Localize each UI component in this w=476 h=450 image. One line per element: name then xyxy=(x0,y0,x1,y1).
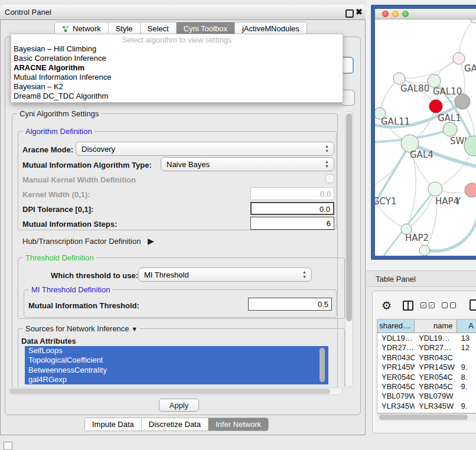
attribute-item[interactable]: SelfLoops xyxy=(25,346,328,356)
table-cell: 9. xyxy=(457,381,476,391)
table-cell xyxy=(457,391,476,400)
algorithm-option[interactable]: ARACNE Algorithm xyxy=(11,63,343,73)
minimize-traffic-light-icon[interactable] xyxy=(392,11,399,17)
settings-vscrollbar-thumb[interactable] xyxy=(346,113,352,321)
mi-threshold-label: Mutual Information Threshold: xyxy=(28,301,139,310)
expand-down-icon[interactable]: ▼ xyxy=(131,325,138,332)
aracne-mode-value: Discovery xyxy=(81,145,115,154)
table-row[interactable]: YPR145WYPR145W9. xyxy=(377,362,476,371)
table-row[interactable]: YBL079WYBL079W xyxy=(377,391,476,400)
network-node-gal10[interactable] xyxy=(428,74,441,87)
mi-threshold-field[interactable]: 0.5 xyxy=(248,298,332,311)
algorithm-option[interactable]: Bayesian – Hill Climbing xyxy=(11,44,343,54)
table-row[interactable]: YER054CYER054C8. xyxy=(377,372,476,381)
network-edge[interactable] xyxy=(399,58,459,79)
table-row[interactable]: YDR27…YDR27…12 xyxy=(377,343,476,352)
table-row[interactable]: YDL19…YDL19…13 xyxy=(377,333,476,343)
hub-definition-label: Hub/Transcription Factor Definition xyxy=(22,237,141,246)
column-header[interactable]: shared… xyxy=(377,319,415,332)
table-cell: YBR043C xyxy=(415,353,457,362)
sources-group-title: Sources for Network Inference ▼ xyxy=(23,324,140,333)
manual-kernel-checkbox[interactable] xyxy=(325,174,334,183)
screen: { "colors":{"selection_blue":"#3d6dc8","… xyxy=(0,0,476,450)
column-header[interactable]: A xyxy=(457,319,476,332)
table-cell: YBL079W xyxy=(377,391,415,400)
tab-cyni-toolbox[interactable]: Cyni Toolbox xyxy=(176,22,234,35)
page-icon[interactable] xyxy=(470,299,476,311)
table-row[interactable]: YBR043CYBR043C xyxy=(377,353,476,362)
aracne-mode-combo[interactable]: Discovery ▲▼ xyxy=(76,142,334,156)
network-node-label: GCY1 xyxy=(375,196,397,207)
algorithm-dropdown[interactable]: Select algorithm to view settings Bayesi… xyxy=(11,34,343,103)
mi-type-value: Naive Bayes xyxy=(167,160,210,169)
mi-steps-field[interactable]: 6 xyxy=(250,217,334,230)
kernel-width-field[interactable]: 0.0 xyxy=(250,187,334,200)
network-edge-thick[interactable] xyxy=(375,144,410,223)
expand-right-icon[interactable]: ▶ xyxy=(148,236,154,246)
mi-type-combo[interactable]: Naive Bayes ▲▼ xyxy=(161,157,334,171)
table-hscrollbar-thumb[interactable] xyxy=(379,415,468,420)
network-node-label: Y xyxy=(455,196,461,207)
network-icon xyxy=(62,25,70,32)
control-panel-titlebar[interactable] xyxy=(0,5,366,20)
which-threshold-label: Which threshold to use: xyxy=(51,271,138,280)
cyni-bottom-tabs: Impute DataDiscretize DataInfer Network xyxy=(84,418,269,431)
tab-style[interactable]: Style xyxy=(108,22,140,35)
bottom-tab-infer-network[interactable]: Infer Network xyxy=(208,418,268,431)
network-node-swi4[interactable] xyxy=(443,122,457,136)
network-node-gal1[interactable] xyxy=(429,100,442,113)
algorithm-option[interactable]: Dream8 DC_TDC Algorithm xyxy=(11,92,343,101)
which-threshold-combo[interactable]: MI Threshold ▲▼ xyxy=(138,268,312,282)
attributes-scrollbar-thumb[interactable] xyxy=(319,348,325,382)
algorithm-option[interactable]: Basic Correlation Inference xyxy=(11,54,343,63)
network-node-label: GAL11 xyxy=(381,116,410,127)
attribute-item[interactable]: TopologicalCoefficient xyxy=(25,356,328,365)
attribute-item[interactable]: BetweennessCentrality xyxy=(25,366,328,375)
network-canvas[interactable]: GALGAL80GAL10GAL1SWI4GAL11GAL4GCY1HAP4YH… xyxy=(375,19,476,256)
table-row[interactable]: YBR045CYBR045C9. xyxy=(377,381,476,391)
network-node-gal[interactable] xyxy=(453,53,465,64)
bottom-tab-label: Infer Network xyxy=(216,420,261,429)
data-attributes-list[interactable]: SelfLoopsTopologicalCoefficientBetweenne… xyxy=(25,346,328,385)
zoom-traffic-light-icon[interactable] xyxy=(402,11,409,17)
table-cell: YDR27… xyxy=(415,343,457,352)
bottom-tab-impute-data[interactable]: Impute Data xyxy=(85,418,141,431)
algorithm-option[interactable]: Mutual Information Inference xyxy=(11,73,343,82)
apply-button[interactable]: Apply xyxy=(159,399,199,412)
algorithm-option[interactable]: Bayesian – K2 xyxy=(11,82,343,92)
columns-icon[interactable] xyxy=(403,301,413,311)
network-node-hap4[interactable] xyxy=(428,182,442,196)
network-window-titlebar[interactable] xyxy=(375,9,476,19)
network-node[interactable] xyxy=(455,94,470,109)
network-edge-thick[interactable] xyxy=(425,211,476,251)
close-traffic-light-icon[interactable] xyxy=(382,11,389,17)
tab-network[interactable]: Network xyxy=(55,22,108,35)
gear-icon[interactable]: ⚙ xyxy=(382,299,392,312)
bottom-tab-label: Impute Data xyxy=(92,420,134,429)
close-panel-icon[interactable]: ✖ xyxy=(356,7,363,17)
bottom-left-panel-icon[interactable] xyxy=(4,442,12,450)
node-table[interactable]: shared…nameAYDL19…YDL19…13YDR27…YDR27…12… xyxy=(377,319,476,413)
settings-hscrollbar-thumb[interactable] xyxy=(9,389,330,394)
tab-jactivemnodules[interactable]: jActiveMNodules xyxy=(234,22,307,35)
network-node[interactable] xyxy=(419,245,430,256)
unchecked-checkbox-icon[interactable] xyxy=(450,302,456,308)
checked-checkbox-icon[interactable]: ✓ xyxy=(429,302,435,308)
checked-checkbox-icon[interactable]: ✓ xyxy=(420,302,426,308)
column-header[interactable]: name xyxy=(415,319,457,332)
table-row[interactable]: YLR345WYLR345W9. xyxy=(377,401,476,410)
unchecked-checkbox-icon[interactable] xyxy=(442,302,448,308)
hub-definition-toggle[interactable]: Hub/Transcription Factor Definition ▶ xyxy=(22,236,154,246)
network-edge[interactable] xyxy=(459,19,475,58)
attribute-item[interactable]: gal4RGexp xyxy=(25,375,328,384)
network-node-y[interactable] xyxy=(465,183,476,197)
dpi-tolerance-field[interactable]: 0.0 xyxy=(250,202,334,215)
tab-select[interactable]: Select xyxy=(140,22,176,35)
network-node-gal80[interactable] xyxy=(393,73,405,84)
table-cell: YPR145W xyxy=(377,362,415,371)
network-node[interactable] xyxy=(470,19,476,23)
bottom-tab-discretize-data[interactable]: Discretize Data xyxy=(141,418,208,431)
mi-type-label: Mutual Information Algorithm Type: xyxy=(22,161,152,169)
algorithm-definition-title: Algorithm Definition xyxy=(23,127,94,136)
float-window-icon[interactable] xyxy=(345,9,354,18)
